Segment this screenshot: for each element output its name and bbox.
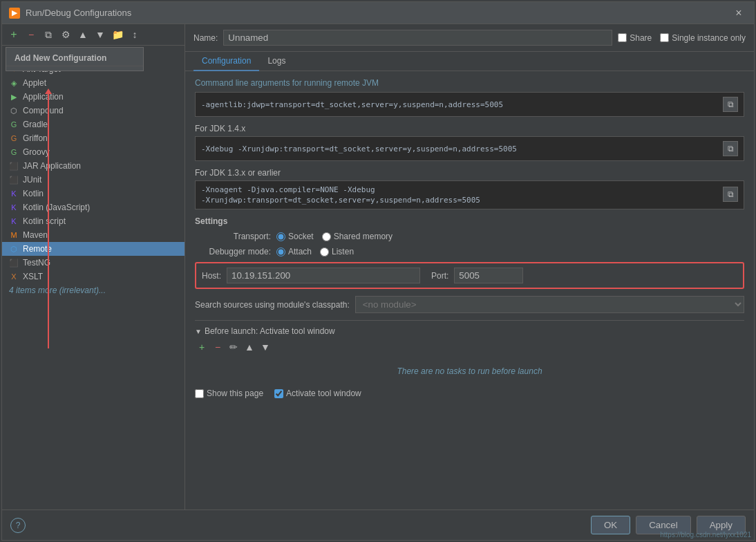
shared-memory-radio-label[interactable]: Shared memory — [322, 232, 393, 241]
task-up-button[interactable]: ▲ — [243, 340, 256, 354]
folder-button[interactable]: 📁 — [110, 27, 125, 42]
attach-radio[interactable] — [276, 247, 285, 256]
sidebar-item-xslt[interactable]: X XSLT — [2, 270, 185, 283]
add-task-button[interactable]: + — [195, 340, 209, 354]
show-page-checkbox[interactable] — [195, 389, 204, 398]
dialog-title: Run/Debug Configurations — [26, 8, 725, 18]
socket-radio[interactable] — [276, 232, 285, 241]
classpath-row: Search sources using module's classpath:… — [195, 296, 744, 313]
share-checkbox-label[interactable]: Share — [618, 33, 652, 43]
cmd-text-jdk13-line1: -Xnoagent -Djava.compiler=NONE -Xdebug — [201, 185, 375, 194]
share-checkbox[interactable] — [618, 33, 627, 42]
help-button[interactable]: ? — [10, 518, 26, 533]
activate-tool-window-checkbox-label[interactable]: Activate tool window — [274, 389, 361, 398]
footer-left: ? — [10, 518, 26, 533]
host-port-row: Host: Port: — [195, 262, 744, 289]
show-page-checkbox-label[interactable]: Show this page — [195, 389, 263, 398]
sidebar-tree: A Android JUnit ✦ Ant Target ◈ Applet ▶ … — [2, 46, 185, 510]
edit-task-button[interactable]: ✏ — [227, 340, 240, 354]
before-launch-toolbar: + − ✏ ▲ ▼ — [195, 340, 744, 354]
debugger-radio-group: Attach Listen — [276, 247, 354, 256]
copy-config-button[interactable]: ⧉ — [41, 27, 56, 42]
socket-label: Socket — [288, 232, 314, 241]
sidebar-item-remote[interactable]: ⬡ Remote — [2, 242, 185, 256]
remove-config-button[interactable]: − — [23, 27, 39, 42]
sidebar-item-kotlin[interactable]: K Kotlin — [2, 187, 185, 200]
sidebar-item-application[interactable]: ▶ Application — [2, 90, 185, 104]
sidebar-item-gradle[interactable]: G Gradle — [2, 118, 185, 131]
listen-radio-label[interactable]: Listen — [320, 247, 354, 256]
sidebar-item-compound[interactable]: ⬡ Compound — [2, 104, 185, 118]
listen-label: Listen — [332, 247, 354, 256]
remove-task-button[interactable]: − — [211, 340, 225, 354]
attach-radio-label[interactable]: Attach — [276, 247, 312, 256]
tab-logs[interactable]: Logs — [259, 52, 294, 71]
before-launch-title: ▼ Before launch: Activate tool window — [195, 326, 744, 336]
before-launch-label: Before launch: Activate tool window — [205, 326, 335, 336]
sidebar-item-applet[interactable]: ◈ Applet — [2, 76, 185, 90]
socket-radio-label[interactable]: Socket — [276, 232, 314, 241]
shared-memory-label: Shared memory — [334, 232, 393, 241]
port-input[interactable] — [454, 268, 523, 283]
xslt-label: XSLT — [23, 272, 43, 281]
remote-icon: ⬡ — [9, 244, 19, 254]
jar-icon: ⬛ — [9, 161, 19, 171]
sidebar-item-kotlin-script[interactable]: K Kotlin script — [2, 214, 185, 228]
main-content: + − ⧉ ⚙ ▲ ▼ 📁 ↕ Add New Configuration A … — [2, 24, 754, 510]
junit-icon: ⬛ — [9, 175, 19, 185]
kotlin-js-label: Kotlin (JavaScript) — [23, 203, 90, 212]
name-input[interactable] — [223, 30, 612, 46]
sidebar-item-griffon[interactable]: G Griffon — [2, 131, 185, 145]
sidebar-item-junit[interactable]: ⬛ JUnit — [2, 173, 185, 187]
cmd-box-jdk14: -Xdebug -Xrunjdwp:transport=dt_socket,se… — [195, 136, 744, 161]
config-settings-button[interactable]: ⚙ — [58, 27, 73, 42]
red-arrow-indicator — [48, 93, 49, 348]
compound-label: Compound — [23, 106, 64, 115]
host-input[interactable] — [227, 268, 420, 283]
groovy-icon: G — [9, 147, 19, 157]
task-down-button[interactable]: ▼ — [258, 340, 272, 354]
close-button[interactable]: × — [730, 5, 747, 21]
listen-radio[interactable] — [320, 247, 329, 256]
collapse-icon: ▼ — [195, 328, 202, 335]
shared-memory-radio[interactable] — [322, 232, 331, 241]
sidebar-item-jar-application[interactable]: ⬛ JAR Application — [2, 159, 185, 173]
move-up-button[interactable]: ▲ — [75, 27, 91, 42]
attach-label: Attach — [288, 247, 312, 256]
sidebar-item-kotlin-js[interactable]: K Kotlin (JavaScript) — [2, 200, 185, 214]
single-instance-checkbox-label[interactable]: Single instance only — [660, 33, 746, 43]
tabs-row: Configuration Logs — [185, 52, 754, 71]
kotlin-script-icon: K — [9, 216, 19, 226]
cmd-text-main: -agentlib:jdwp=transport=dt_socket,serve… — [201, 100, 719, 109]
tab-configuration[interactable]: Configuration — [193, 52, 259, 71]
title-bar: ▶ Run/Debug Configurations × — [2, 2, 754, 24]
more-items-label[interactable]: 4 items more (irrelevant)... — [2, 283, 185, 297]
single-instance-checkbox[interactable] — [660, 33, 669, 42]
sidebar: + − ⧉ ⚙ ▲ ▼ 📁 ↕ Add New Configuration A … — [2, 24, 185, 510]
ok-button[interactable]: OK — [591, 516, 630, 534]
add-config-button[interactable]: + — [6, 27, 21, 42]
sidebar-item-testng[interactable]: ⬛ TestNG — [2, 256, 185, 270]
testng-icon: ⬛ — [9, 258, 19, 268]
show-page-label: Show this page — [207, 389, 263, 398]
copy-jdk14-button[interactable]: ⧉ — [723, 141, 738, 156]
name-label: Name: — [193, 33, 218, 43]
sidebar-item-groovy[interactable]: G Groovy — [2, 145, 185, 159]
move-down-button[interactable]: ▼ — [93, 27, 108, 42]
transport-radio-group: Socket Shared memory — [276, 232, 393, 241]
activate-tool-window-checkbox[interactable] — [274, 389, 283, 398]
host-label: Host: — [202, 271, 221, 281]
copy-main-button[interactable]: ⧉ — [723, 97, 738, 112]
application-icon: ▶ — [9, 92, 19, 102]
kotlin-js-icon: K — [9, 203, 19, 212]
name-row: Name: Share Single instance only — [185, 24, 754, 52]
copy-jdk13-button[interactable]: ⧉ — [723, 187, 738, 202]
dialog-footer: ? OK Cancel Apply https://blog.csdn.net/… — [2, 510, 754, 540]
sort-button[interactable]: ↕ — [127, 27, 142, 42]
cmd-box-jdk13: -Xnoagent -Djava.compiler=NONE -Xdebug -… — [195, 180, 744, 209]
griffon-label: Griffon — [23, 133, 48, 143]
sidebar-item-maven[interactable]: M Maven — [2, 228, 185, 242]
transport-label: Transport: — [195, 232, 271, 241]
single-instance-label: Single instance only — [672, 33, 746, 43]
classpath-select[interactable]: <no module> — [355, 296, 744, 313]
